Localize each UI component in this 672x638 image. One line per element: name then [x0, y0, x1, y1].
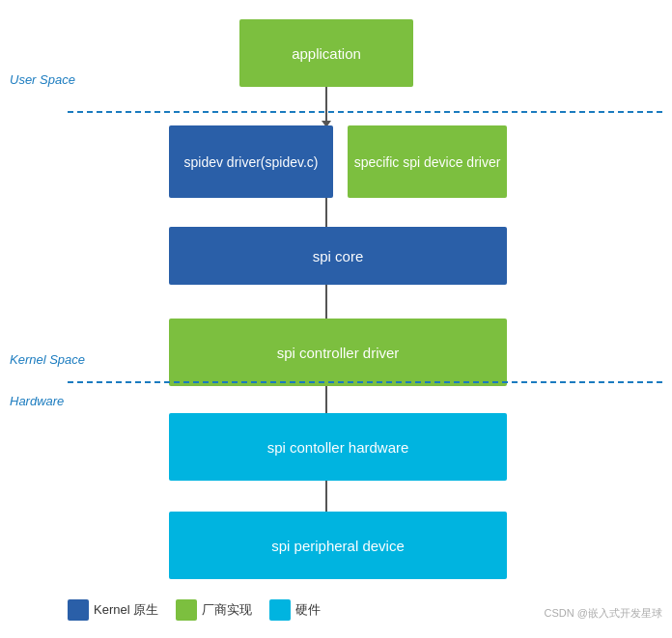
- legend-vendor: 厂商实现: [176, 599, 252, 621]
- spi-controller-hardware-box: spi contoller hardware: [169, 413, 507, 481]
- legend-kernel: Kernel 原生: [68, 599, 158, 621]
- spi-core-box: spi core: [169, 227, 507, 285]
- arrow-drivers-core: [325, 198, 327, 227]
- watermark: CSDN @嵌入式开发星球: [545, 606, 662, 621]
- legend-vendor-icon: [176, 599, 197, 621]
- legend: Kernel 原生 厂商实现 硬件: [68, 599, 321, 621]
- kernel-space-line: [68, 381, 662, 383]
- hardware-label: Hardware: [10, 394, 64, 408]
- kernel-space-label: Kernel Space: [10, 352, 85, 367]
- spi-peripheral-box: spi peripheral device: [169, 512, 507, 579]
- spidev-driver-box: spidev driver(spidev.c): [169, 125, 333, 198]
- legend-hardware-icon: [269, 599, 291, 621]
- application-box: application: [239, 19, 413, 87]
- legend-hardware: 硬件: [269, 599, 321, 621]
- legend-kernel-icon: [68, 599, 89, 621]
- arrow-core-controller: [325, 285, 327, 319]
- diagram-container: User Space application spidev driver(spi…: [0, 0, 672, 638]
- arrow-app-spidev: [325, 87, 327, 121]
- arrow-hardware-peripheral: [325, 481, 327, 512]
- arrow-driver-hardware: [325, 386, 327, 415]
- spi-controller-driver-box: spi controller driver: [169, 319, 507, 386]
- user-space-label: User Space: [10, 72, 75, 87]
- user-space-line: [68, 111, 662, 113]
- specific-spi-box: specific spi device driver: [348, 125, 507, 198]
